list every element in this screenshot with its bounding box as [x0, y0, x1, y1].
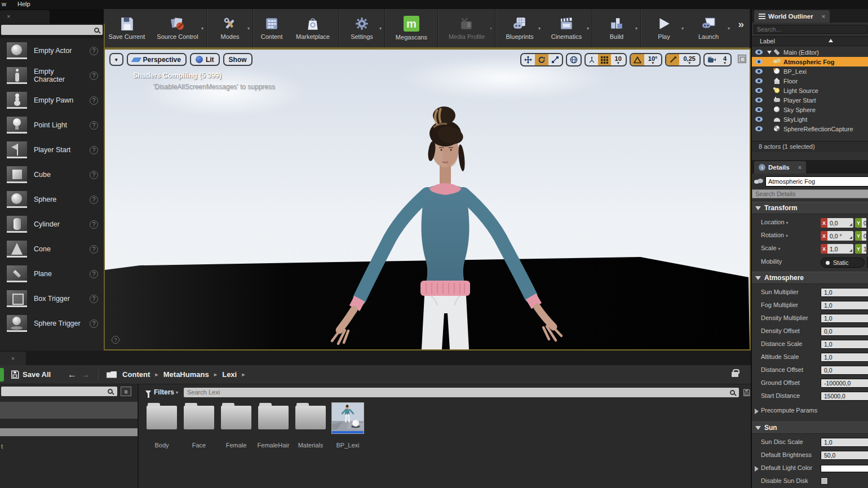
- breadcrumb-content[interactable]: Content: [122, 370, 150, 379]
- content-browser-tab[interactable]: ×: [0, 352, 26, 365]
- viewport-options-dropdown[interactable]: ▾: [109, 53, 123, 66]
- camera-speed-button[interactable]: [705, 54, 719, 65]
- lock-icon[interactable]: [732, 372, 738, 377]
- show-button[interactable]: Show: [223, 53, 253, 66]
- sun-multiplier-field[interactable]: 1,0: [821, 288, 868, 297]
- outliner-row-bp-lexi[interactable]: BP_Lexi: [752, 66, 868, 76]
- dropdown-caret-icon[interactable]: ▾: [681, 26, 684, 31]
- density-multiplier-field[interactable]: 1,0: [821, 314, 868, 323]
- default-brightness-field[interactable]: 50,0: [821, 451, 868, 460]
- place-actor-item-empty-actor[interactable]: Empty Actor?: [0, 38, 104, 63]
- scale-snap-value-button[interactable]: 0,25▾: [679, 54, 699, 65]
- build-button[interactable]: Build ▾: [594, 9, 639, 47]
- help-icon[interactable]: ?: [90, 72, 98, 80]
- dropdown-caret-icon[interactable]: ▾: [201, 26, 203, 31]
- place-actor-item-cylinder[interactable]: Cylinder?: [0, 212, 104, 237]
- place-actor-item-sphere-trigger[interactable]: Sphere Trigger?: [0, 311, 104, 336]
- drag-grip-icon[interactable]: [849, 223, 852, 226]
- sun-section-header[interactable]: Sun: [752, 422, 868, 434]
- scale-tool-button[interactable]: [548, 54, 562, 65]
- content-button[interactable]: Content: [255, 9, 289, 47]
- save-current-button[interactable]: Save Current: [104, 9, 150, 47]
- rotation-y-field[interactable]: 0: [862, 231, 866, 241]
- folder-tile-femalehair[interactable]: FemaleHair: [255, 401, 292, 449]
- help-icon[interactable]: ?: [90, 220, 98, 229]
- viewport[interactable]: ▾ Perspective Lit Show 10▾ 10°▾ 0,25▾: [104, 48, 751, 351]
- settings-button[interactable]: Settings ▾: [340, 9, 383, 47]
- visibility-eye-icon[interactable]: [755, 50, 763, 55]
- dropdown-caret-icon[interactable]: ▾: [176, 390, 178, 395]
- outliner-row-sphere-reflection-capture[interactable]: SphereReflectionCapture: [752, 124, 868, 134]
- folder-tile-face[interactable]: Face: [180, 401, 218, 449]
- outliner-row-main-editor[interactable]: Main (Editor): [752, 47, 868, 57]
- save-all-button[interactable]: Save All: [11, 370, 51, 379]
- place-actors-tab[interactable]: ×: [0, 10, 50, 24]
- place-actor-item-box-trigger[interactable]: Box Trigger?: [0, 286, 104, 311]
- light-color-swatch[interactable]: [821, 465, 868, 472]
- expand-icon[interactable]: [755, 409, 759, 414]
- snap-widget-button[interactable]: [586, 54, 598, 65]
- distance-scale-field[interactable]: 1,0: [821, 340, 868, 349]
- back-button[interactable]: ←: [68, 370, 77, 380]
- outliner-row-skylight[interactable]: SkyLight: [752, 114, 868, 124]
- place-actor-item-empty-pawn[interactable]: Empty Pawn?: [0, 88, 104, 113]
- place-actor-item-plane[interactable]: Plane?: [0, 261, 104, 286]
- sources-item-bar[interactable]: [0, 402, 138, 419]
- asset-search-input[interactable]: Search Lexi: [184, 388, 739, 397]
- menu-item-window-partial[interactable]: w: [2, 1, 6, 7]
- blueprints-button[interactable]: Blueprints ▾: [497, 9, 542, 47]
- close-icon[interactable]: ×: [798, 165, 801, 171]
- distance-offset-field[interactable]: 0,0: [821, 366, 868, 375]
- breadcrumb-lexi[interactable]: Lexi: [222, 370, 237, 379]
- dropdown-caret-icon[interactable]: ▾: [778, 246, 781, 251]
- scale-x-field[interactable]: 1,0: [827, 244, 853, 254]
- world-outliner-tab[interactable]: World Outliner ×: [754, 10, 830, 23]
- help-icon[interactable]: ?: [90, 295, 98, 303]
- close-icon[interactable]: ×: [822, 14, 825, 20]
- dropdown-caret-icon[interactable]: ▾: [538, 26, 541, 31]
- location-y-field[interactable]: 0: [862, 218, 866, 228]
- outliner-row-sky-sphere[interactable]: Sky Sphere: [752, 105, 868, 114]
- place-actor-item-cube[interactable]: Cube?: [0, 162, 104, 187]
- folder-tile-female[interactable]: Female: [218, 401, 255, 449]
- megascans-button[interactable]: m Megascans: [387, 9, 436, 47]
- help-icon[interactable]: ?: [90, 146, 98, 154]
- maximize-viewport-button[interactable]: [738, 55, 746, 63]
- folder-tile-materials[interactable]: Materials: [292, 401, 329, 449]
- outliner-row-floor[interactable]: Floor: [752, 76, 868, 86]
- dropdown-caret-icon[interactable]: ▾: [587, 26, 589, 31]
- default-light-color-row[interactable]: Default Light Color: [752, 462, 868, 474]
- list-view-button[interactable]: ≡: [121, 387, 131, 396]
- atmosphere-section-header[interactable]: Atmosphere: [752, 272, 868, 284]
- asset-tile-bp-lexi[interactable]: BP_Lexi: [329, 401, 366, 449]
- visibility-eye-icon[interactable]: [755, 97, 763, 103]
- world-space-toggle-button[interactable]: [567, 54, 581, 65]
- help-icon[interactable]: ?: [90, 47, 98, 55]
- expand-icon[interactable]: [755, 466, 759, 472]
- place-actors-search-input[interactable]: [1, 25, 103, 35]
- visibility-eye-icon[interactable]: [755, 117, 763, 122]
- dropdown-caret-icon[interactable]: ▾: [728, 26, 730, 31]
- rotation-x-field[interactable]: 0,0 °: [827, 231, 853, 241]
- help-icon[interactable]: ?: [90, 270, 98, 278]
- move-tool-button[interactable]: [521, 54, 535, 65]
- help-icon[interactable]: ?: [90, 320, 98, 328]
- start-distance-field[interactable]: 15000,0: [821, 392, 868, 401]
- visibility-eye-icon[interactable]: [755, 78, 763, 83]
- dropdown-caret-icon[interactable]: ▾: [379, 26, 382, 31]
- lit-button[interactable]: Lit: [190, 53, 220, 66]
- scale-snap-toggle-button[interactable]: [666, 54, 679, 65]
- grid-snap-toggle-button[interactable]: [598, 54, 611, 65]
- ground-offset-field[interactable]: -100000,0: [821, 379, 868, 388]
- altitude-scale-field[interactable]: 1,0: [821, 353, 868, 362]
- visibility-eye-icon[interactable]: [755, 126, 763, 131]
- help-icon[interactable]: ?: [90, 96, 98, 105]
- dropdown-caret-icon[interactable]: ▾: [635, 26, 637, 31]
- help-icon[interactable]: ?: [90, 121, 98, 130]
- visibility-eye-icon[interactable]: [755, 88, 763, 93]
- outliner-row-light-source[interactable]: Light Source: [752, 86, 868, 95]
- launch-button[interactable]: Launch ▾: [685, 9, 732, 47]
- modes-button[interactable]: Modes ▾: [209, 9, 251, 47]
- place-actor-item-player-start[interactable]: Player Start?: [0, 137, 104, 162]
- dropdown-caret-icon[interactable]: ▾: [247, 26, 250, 31]
